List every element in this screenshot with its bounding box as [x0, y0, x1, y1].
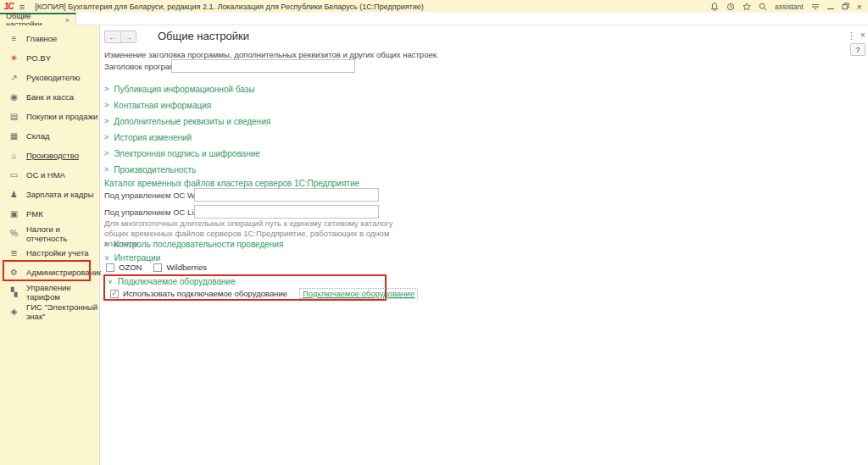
page-title: Общие настройки — [158, 30, 249, 42]
sidebar-item-purchases-sales[interactable]: ▤Покупки и продажи — [0, 107, 99, 126]
chevron-right-icon — [104, 85, 108, 94]
titlebar: 1С ≡ [КОПИЯ] Бухгалтерия для Беларуси, р… — [0, 0, 868, 13]
nav-buttons: ← → — [104, 30, 136, 43]
chevron-right-icon — [104, 117, 108, 126]
tab-close-icon[interactable]: × — [65, 16, 70, 25]
checkbox-icon[interactable] — [153, 263, 162, 272]
gear-icon: ⚙ — [8, 268, 19, 277]
help-button[interactable]: ? — [850, 43, 865, 56]
chevron-down-icon — [108, 277, 113, 286]
minimize-button[interactable] — [827, 8, 834, 9]
tariff-icon: ▚ — [8, 287, 19, 296]
restore-button[interactable] — [842, 3, 849, 10]
sidebar-item-main[interactable]: ≡Главное — [0, 29, 99, 48]
linux-path-label: Под управлением ОС Linux: — [104, 208, 209, 217]
chevron-down-icon — [104, 253, 109, 263]
close-form-icon[interactable]: × — [860, 30, 865, 40]
equipment-row: Использовать подключаемое оборудование П… — [110, 288, 418, 299]
sidebar-item-rmk[interactable]: ▣РМК — [0, 204, 99, 224]
warehouse-icon: ▦ — [8, 131, 19, 141]
chart-icon: ↗ — [8, 73, 19, 82]
section-sequence-control[interactable]: Контроль последовательности проведения — [104, 240, 283, 249]
checkbox-ozon[interactable]: OZON — [106, 263, 142, 272]
connected-equipment-link[interactable]: Подключаемое оборудование — [299, 288, 418, 299]
sidebar-item-bank-cash[interactable]: ◉Банк и касса — [0, 87, 99, 107]
integrations-checkboxes: OZON Wildberries — [106, 263, 207, 272]
person-icon: ♟ — [8, 190, 19, 199]
sidebar-item-accounting-settings[interactable]: ≣Настройки учета — [0, 243, 99, 263]
cart-icon: ▤ — [8, 112, 19, 121]
sidebar-item-administration[interactable]: ⚙Администрирование — [0, 263, 99, 282]
factory-icon: ⌂ — [8, 151, 19, 160]
checkbox-wildberries[interactable]: Wildberries — [153, 263, 207, 272]
section-change-history[interactable]: История изменений — [104, 133, 192, 142]
tab-general-settings[interactable]: Общие настройки × — [0, 13, 76, 25]
sidebar: ≡Главное ✳PO.BY ↗Руководителю ◉Банк и ка… — [0, 25, 100, 465]
tabbar: Общие настройки × — [0, 13, 868, 25]
search-icon[interactable] — [759, 3, 767, 11]
bank-icon: ◉ — [8, 92, 19, 102]
general-settings-form: ← → Общие настройки ⋮ × ? Изменение заго… — [101, 25, 868, 465]
forward-button[interactable]: → — [120, 31, 136, 42]
back-button[interactable]: ← — [105, 31, 120, 42]
assistant-label[interactable]: assistant — [775, 3, 804, 11]
window-title: [КОПИЯ] Бухгалтерия для Беларуси, редакц… — [35, 3, 424, 11]
sidebar-item-warehouse[interactable]: ▦Склад — [0, 126, 99, 146]
asterisk-icon: ✳ — [8, 53, 19, 63]
close-window-button[interactable]: × — [857, 3, 862, 11]
more-menu-icon[interactable]: ⋮ — [847, 30, 856, 42]
ledger-icon: ≣ — [8, 248, 19, 257]
app-title-input[interactable] — [171, 59, 355, 73]
section-digital-signature[interactable]: Электронная подпись и шифрование — [104, 149, 260, 158]
sidebar-item-gis[interactable]: ◈ГИС "Электронный знак" — [0, 302, 99, 321]
section-integrations[interactable]: Интеграции — [104, 253, 160, 263]
section-performance[interactable]: Производительность — [104, 165, 196, 174]
tax-icon: % — [8, 229, 19, 238]
chevron-right-icon — [104, 165, 108, 174]
main-menu-icon[interactable]: ≡ — [19, 2, 25, 12]
section-additional-attributes[interactable]: Дополнительные реквизиты и сведения — [104, 117, 270, 126]
linux-path-input[interactable] — [194, 205, 379, 219]
windows-path-input[interactable] — [194, 188, 379, 202]
checkbox-icon[interactable] — [106, 263, 114, 272]
sidebar-item-taxes[interactable]: %Налоги и отчетность — [0, 224, 99, 243]
sidebar-item-manager[interactable]: ↗Руководителю — [0, 68, 99, 87]
chevron-right-icon — [104, 240, 108, 249]
chevron-right-icon — [104, 149, 108, 158]
favorites-star-icon[interactable] — [743, 3, 751, 11]
gis-mark-icon: ◈ — [8, 307, 19, 316]
titlebar-actions: assistant × — [710, 3, 868, 11]
temp-files-catalog-header: Каталог временных файлов кластера сервер… — [104, 179, 359, 188]
register-icon: ▣ — [8, 209, 19, 219]
checkbox-use-equipment[interactable]: Использовать подключаемое оборудование — [110, 289, 287, 298]
truck-icon: ▭ — [8, 170, 19, 180]
notifications-icon[interactable] — [710, 3, 719, 11]
form-description: Изменение заголовка программы, дополните… — [104, 50, 439, 59]
chevron-right-icon — [104, 133, 108, 142]
app-window: { "colors": { "accent_green": "#2f9e62",… — [0, 0, 868, 465]
chevron-right-icon — [104, 101, 108, 110]
section-connected-equipment[interactable]: Подключаемое оборудование — [108, 277, 236, 286]
menu-icon: ≡ — [8, 34, 19, 43]
1c-logo: 1С — [4, 2, 14, 11]
sidebar-item-po-by[interactable]: ✳PO.BY — [0, 48, 99, 68]
section-publication[interactable]: Публикация информационной базы — [104, 85, 254, 94]
history-icon[interactable] — [726, 3, 735, 11]
sidebar-item-production[interactable]: ⌂Производство — [0, 146, 99, 165]
sidebar-item-salary-hr[interactable]: ♟Зарплата и кадры — [0, 185, 99, 204]
sidebar-item-tariff[interactable]: ▚Управление тарифом — [0, 282, 99, 302]
checkbox-checked-icon[interactable] — [110, 290, 119, 298]
view-settings-icon[interactable] — [811, 3, 820, 11]
sidebar-item-os-nma[interactable]: ▭ОС и НМА — [0, 165, 99, 185]
section-contact-info[interactable]: Контактная информация — [104, 101, 211, 110]
